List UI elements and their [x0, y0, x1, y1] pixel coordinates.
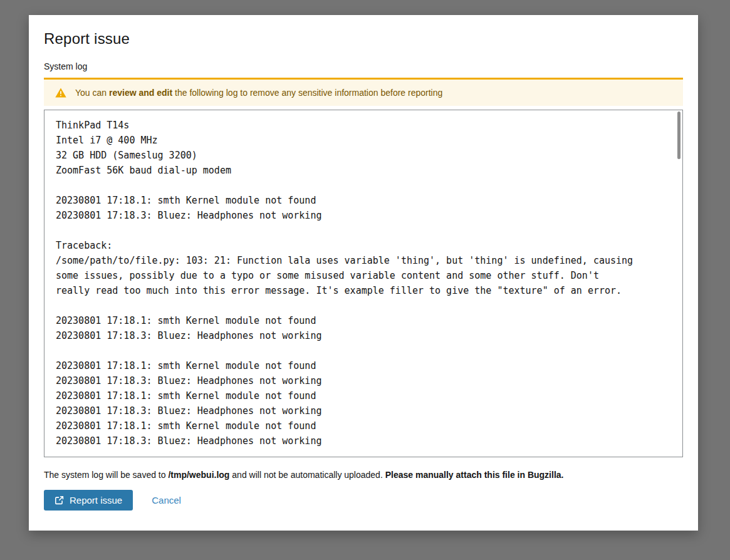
modal-backdrop: { "dialog": { "title": "Report issue", "…: [0, 0, 730, 560]
warning-alert: You can review and edit the following lo…: [44, 78, 683, 106]
system-log-label: System log: [44, 61, 683, 71]
alert-message: You can review and edit the following lo…: [75, 88, 442, 98]
alert-text-bold: review and edit: [109, 88, 172, 98]
alert-text-suffix: the following log to remove any sensitiv…: [172, 88, 442, 98]
external-link-icon: [55, 495, 64, 505]
save-note-part2: and will not be automatically uploaded.: [229, 470, 385, 480]
warning-triangle-icon: [55, 88, 66, 98]
system-log-textarea[interactable]: ThinkPad T14s Intel i7 @ 400 MHz 32 GB H…: [44, 110, 683, 457]
save-note-bold: Please manually attach this file in Bugz…: [385, 470, 564, 480]
cancel-button[interactable]: Cancel: [152, 495, 181, 506]
save-note-part1: The system log will be saved to: [44, 470, 168, 480]
dialog-actions: Report issue Cancel: [44, 490, 683, 511]
dialog-title: Report issue: [44, 30, 683, 48]
alert-text-prefix: You can: [75, 88, 109, 98]
report-issue-button-label: Report issue: [70, 495, 122, 506]
report-issue-button[interactable]: Report issue: [44, 490, 133, 511]
save-note: The system log will be saved to /tmp/web…: [44, 470, 683, 480]
save-note-path: /tmp/webui.log: [168, 470, 229, 480]
report-issue-dialog: Report issue System log You can review a…: [29, 15, 698, 531]
log-container: ThinkPad T14s Intel i7 @ 400 MHz 32 GB H…: [44, 110, 683, 457]
textarea-scrollbar[interactable]: [677, 111, 680, 159]
